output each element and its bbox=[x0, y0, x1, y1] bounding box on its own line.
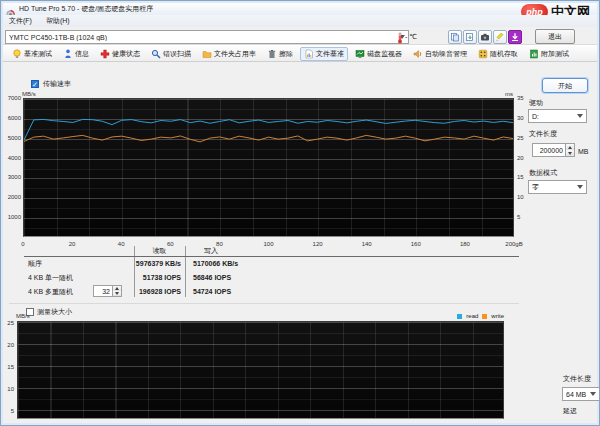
x-axis-tick: 200gB bbox=[501, 241, 527, 247]
annotate-button[interactable] bbox=[493, 30, 507, 44]
x-axis-tick: 40 bbox=[108, 241, 134, 247]
table-header-rule bbox=[24, 256, 519, 257]
toolbar-item-label: 自动噪音管理 bbox=[425, 49, 467, 59]
block-y-axis-tick: 10 bbox=[1, 386, 14, 392]
x-axis-tick: 0 bbox=[10, 241, 36, 247]
toolbar-item-label: 健康状态 bbox=[112, 49, 140, 59]
toolbar-item-random-access[interactable]: 随机存取 bbox=[474, 47, 522, 61]
save-screenshot-button[interactable] bbox=[463, 30, 477, 44]
menu-bar: 文件(F) 帮助(H) bbox=[3, 15, 597, 27]
block-file-length-label: 文件长度 bbox=[563, 375, 591, 383]
camera-icon bbox=[480, 28, 490, 46]
row-4k-multi-read: 196928 IOPS bbox=[63, 288, 181, 296]
block-y-axis-tick: 15 bbox=[1, 364, 14, 370]
exit-button[interactable]: 退出 bbox=[535, 29, 575, 44]
y-axis-tick-left: 7000 bbox=[1, 95, 21, 101]
toolbar-item-label: 磁盘监视器 bbox=[367, 49, 402, 59]
drive-select-value: YMTC PC450-1TB-B (1024 gB) bbox=[9, 34, 397, 41]
row-sequential-read: 5976379 KB/s bbox=[63, 260, 181, 268]
copy-icon bbox=[450, 28, 460, 46]
x-axis-tick: 120 bbox=[305, 241, 331, 247]
transfer-rate-label: 传输速率 bbox=[43, 80, 71, 88]
write-column-header: 写入 bbox=[191, 247, 231, 255]
block-file-length-select[interactable]: 64 MB bbox=[562, 387, 600, 401]
x-axis-tick: 180 bbox=[452, 241, 478, 247]
toolbar-item-disk-monitor[interactable]: 磁盘监视器 bbox=[351, 47, 406, 61]
info-icon bbox=[63, 49, 73, 59]
file-length-stepper[interactable]: 200000 bbox=[532, 143, 575, 157]
x-axis-tick: 100 bbox=[256, 241, 282, 247]
toolbar-item-label: 基准测试 bbox=[24, 49, 52, 59]
toolbar-item-label: 附加测试 bbox=[541, 49, 569, 59]
file-length-label: 文件长度 bbox=[529, 130, 557, 138]
title-bar: HD Tune Pro 5.70 - 硬盘/固态硬盘实用程序 bbox=[3, 3, 597, 15]
window-title: HD Tune Pro 5.70 - 硬盘/固态硬盘实用程序 bbox=[19, 4, 153, 14]
x-axis-tick: 160 bbox=[403, 241, 429, 247]
toolbar-item-erase[interactable]: 擦除 bbox=[263, 47, 297, 61]
health-icon bbox=[100, 49, 110, 59]
legend-swatch-write bbox=[482, 314, 487, 319]
target-drive-value: D: bbox=[532, 113, 575, 120]
start-button[interactable]: 开始 bbox=[542, 78, 588, 93]
toolbar-item-label: 错误扫描 bbox=[163, 49, 191, 59]
y-axis-tick-left: 3000 bbox=[1, 174, 21, 180]
capture-down-button[interactable] bbox=[508, 30, 522, 44]
file-benchmark-icon bbox=[304, 49, 314, 59]
hd-tune-window: HD Tune Pro 5.70 - 硬盘/固态硬盘实用程序 php 中文网 文… bbox=[0, 0, 600, 426]
camera-capture-button[interactable] bbox=[478, 30, 492, 44]
extra-tests-icon bbox=[529, 49, 539, 59]
left-axis-unit: MB/s bbox=[22, 91, 36, 97]
toolbar-item-health[interactable]: 健康状态 bbox=[96, 47, 144, 61]
erase-icon bbox=[267, 49, 277, 59]
chevron-down-icon bbox=[577, 114, 583, 118]
acoustic-icon bbox=[413, 49, 423, 59]
file-length-value: 200000 bbox=[532, 143, 566, 157]
disk-monitor-icon bbox=[355, 49, 365, 59]
menu-help[interactable]: 帮助(H) bbox=[46, 16, 70, 26]
y-axis-tick-right: 10 bbox=[517, 194, 533, 200]
toolbar-item-acoustic-mgmt[interactable]: 自动噪音管理 bbox=[409, 47, 471, 61]
folder-usage-icon bbox=[202, 49, 212, 59]
block-size-label: 测量块大小 bbox=[37, 308, 72, 316]
pencil-icon bbox=[495, 28, 505, 46]
y-axis-tick-left: 1000 bbox=[1, 214, 21, 220]
toolbar-item-label: 文件基准 bbox=[316, 49, 344, 59]
x-axis-tick: 140 bbox=[354, 241, 380, 247]
block-axis-unit: MB/s bbox=[16, 313, 30, 319]
legend-swatch-read bbox=[457, 314, 462, 319]
series-line-write bbox=[24, 135, 513, 142]
down-arrow-icon bbox=[510, 28, 520, 46]
read-column-header: 读取 bbox=[135, 247, 184, 255]
benchmark-icon bbox=[12, 49, 22, 59]
data-mode-label: 数据模式 bbox=[529, 169, 557, 177]
block-size-plot bbox=[17, 321, 504, 419]
legend-label-read: read bbox=[466, 313, 478, 319]
toolbar-item-folder-usage[interactable]: 文件夹占用率 bbox=[198, 47, 260, 61]
error-scan-icon bbox=[151, 49, 161, 59]
transfer-rate-plot bbox=[23, 98, 514, 237]
toolbar-item-extra-tests[interactable]: 附加测试 bbox=[525, 47, 573, 61]
spinner-down-icon[interactable] bbox=[566, 150, 574, 156]
target-drive-select[interactable]: D: bbox=[528, 109, 587, 123]
drive-select[interactable]: YMTC PC450-1TB-B (1024 gB) bbox=[5, 30, 409, 44]
y-axis-tick-right: 20 bbox=[517, 155, 533, 161]
toolbar-item-error-scan[interactable]: 错误扫描 bbox=[147, 47, 195, 61]
y-axis-tick-left: 2000 bbox=[1, 194, 21, 200]
data-mode-value: 零 bbox=[532, 182, 575, 192]
file-length-unit: MB bbox=[578, 148, 589, 156]
transfer-rate-series bbox=[24, 99, 513, 236]
menu-file[interactable]: 文件(F) bbox=[9, 16, 32, 26]
block-file-length-value: 64 MB bbox=[566, 391, 588, 398]
block-y-axis-tick: 20 bbox=[1, 342, 14, 348]
toolbar-item-file-benchmark[interactable]: 文件基准 bbox=[300, 47, 348, 61]
copy-screenshot-button[interactable] bbox=[448, 30, 462, 44]
transfer-rate-checkbox[interactable]: ✓ bbox=[31, 80, 39, 88]
temperature-value: - ℃ bbox=[405, 33, 417, 41]
y-axis-tick-left: 6000 bbox=[1, 115, 21, 121]
data-mode-select[interactable]: 零 bbox=[528, 180, 587, 194]
toolbar-item-benchmark[interactable]: 基准测试 bbox=[8, 47, 56, 61]
chevron-down-icon bbox=[590, 392, 596, 396]
toolbar-item-label: 随机存取 bbox=[490, 49, 518, 59]
toolbar-item-info[interactable]: 信息 bbox=[59, 47, 93, 61]
x-axis-tick: 20 bbox=[59, 241, 85, 247]
